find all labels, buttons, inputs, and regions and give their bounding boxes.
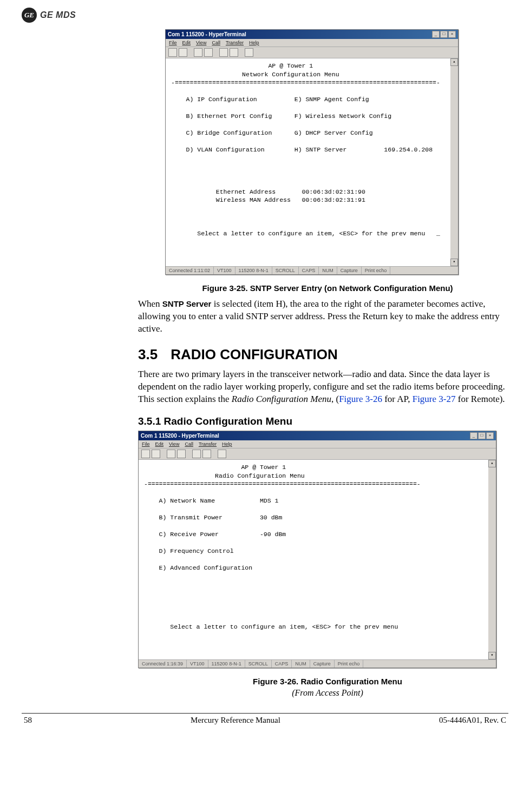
menu-call[interactable]: Call <box>185 441 193 447</box>
minimize-icon[interactable]: _ <box>470 432 477 439</box>
link-figure-3-26[interactable]: Figure 3-26 <box>339 394 382 404</box>
paragraph-radio-intro: There are two primary layers in the tran… <box>138 368 517 406</box>
section-heading-3-5: 3.5 RADIO CONFIGURATION <box>138 346 517 363</box>
window-titlebar: Com 1 115200 - HyperTerminal _ □ × <box>139 431 496 440</box>
toolbar-button-icon[interactable] <box>192 450 201 458</box>
scroll-down-icon[interactable]: ▾ <box>450 259 458 266</box>
window-statusbar: Connected 1:11:02 VT100 115200 8-N-1 SCR… <box>166 266 458 274</box>
status-capture: Capture <box>337 267 362 274</box>
toolbar-button-icon[interactable] <box>218 450 226 458</box>
menu-edit[interactable]: Edit <box>155 441 164 447</box>
scroll-up-icon[interactable]: ▴ <box>488 460 496 467</box>
toolbar-button-icon[interactable] <box>204 48 213 57</box>
text: for AP, <box>382 394 413 404</box>
menu-transfer[interactable]: Transfer <box>199 441 217 447</box>
footer-rule <box>22 713 508 714</box>
status-printecho: Print echo <box>335 660 364 668</box>
section-title: RADIO CONFIGURATION <box>171 346 338 363</box>
window-titlebar: Com 1 115200 - HyperTerminal _ □ × <box>166 30 458 39</box>
subsection-heading-3-5-1: 3.5.1 Radio Configuration Menu <box>138 415 517 427</box>
footer-page-number: 58 <box>24 716 32 725</box>
status-printecho: Print echo <box>362 267 391 274</box>
status-scroll: SCROLL <box>245 660 272 668</box>
window-statusbar: Connected 1:16:39 VT100 115200 8-N-1 SCR… <box>139 659 496 668</box>
close-icon[interactable]: × <box>486 432 494 439</box>
menu-edit[interactable]: Edit <box>182 40 191 45</box>
figure-caption-3-26: Figure 3-26. Radio Configuration Menu <box>138 677 517 686</box>
toolbar-button-icon[interactable] <box>177 450 186 458</box>
minimize-icon[interactable]: _ <box>432 31 440 38</box>
window-menubar: File Edit View Call Transfer Help <box>139 440 496 448</box>
status-caps: CAPS <box>272 660 292 668</box>
toolbar-button-icon[interactable] <box>167 450 175 458</box>
window-toolbar <box>139 448 496 460</box>
menu-call[interactable]: Call <box>212 40 220 45</box>
status-config: 115200 8-N-1 <box>208 660 245 668</box>
hyperterminal-window-2: Com 1 115200 - HyperTerminal _ □ × File … <box>138 431 496 668</box>
status-emulation: VT100 <box>214 267 235 274</box>
close-icon[interactable]: × <box>448 31 456 38</box>
menu-view[interactable]: View <box>169 441 179 447</box>
status-config: 115200 8-N-1 <box>235 267 272 274</box>
footer-doc-title: Mercury Reference Manual <box>191 716 280 725</box>
toolbar-button-icon[interactable] <box>202 450 211 458</box>
toolbar-button-icon[interactable] <box>141 450 150 458</box>
status-emulation: VT100 <box>187 660 208 668</box>
figure-subcaption-3-26: (From Access Point) <box>138 688 517 698</box>
status-caps: CAPS <box>299 267 319 274</box>
status-num: NUM <box>292 660 310 668</box>
hyperterminal-window-1: Com 1 115200 - HyperTerminal _ □ × File … <box>165 29 459 275</box>
menu-file[interactable]: File <box>169 40 177 45</box>
toolbar-button-icon[interactable] <box>152 450 160 458</box>
toolbar-button-icon[interactable] <box>194 48 202 57</box>
text: for Remote). <box>455 394 505 404</box>
window-title: Com 1 115200 - HyperTerminal <box>168 31 246 37</box>
maximize-icon[interactable]: □ <box>478 432 486 439</box>
status-scroll: SCROLL <box>272 267 299 274</box>
page-header: GE GE MDS <box>22 5 508 29</box>
link-figure-3-27[interactable]: Figure 3-27 <box>413 394 456 404</box>
ge-logo-icon: GE <box>22 8 37 23</box>
window-title: Com 1 115200 - HyperTerminal <box>141 433 219 439</box>
menu-view[interactable]: View <box>196 40 206 45</box>
scroll-down-icon[interactable]: ▾ <box>488 652 496 659</box>
brand-text: GE MDS <box>40 10 76 20</box>
toolbar-button-icon[interactable] <box>230 48 238 57</box>
footer-doc-number: 05-4446A01, Rev. C <box>439 716 506 725</box>
status-connected: Connected 1:16:39 <box>139 660 187 668</box>
text: When <box>138 299 162 309</box>
text: , ( <box>331 394 339 404</box>
toolbar-button-icon[interactable] <box>245 48 253 57</box>
maximize-icon[interactable]: □ <box>440 31 448 38</box>
scroll-up-icon[interactable]: ▴ <box>450 58 458 66</box>
page-footer: 58 Mercury Reference Manual 05-4446A01, … <box>22 716 508 730</box>
window-menubar: File Edit View Call Transfer Help <box>166 39 458 47</box>
toolbar-button-icon[interactable] <box>168 48 177 57</box>
toolbar-button-icon[interactable] <box>179 48 187 57</box>
section-number: 3.5 <box>138 346 158 363</box>
window-toolbar <box>166 47 458 58</box>
menu-help[interactable]: Help <box>222 441 232 447</box>
status-num: NUM <box>319 267 337 274</box>
text-italic: Radio Configuration Menu <box>232 394 331 404</box>
figure-caption-3-25: Figure 3-25. SNTP Server Entry (on Netwo… <box>138 283 517 293</box>
menu-transfer[interactable]: Transfer <box>226 40 244 45</box>
status-connected: Connected 1:11:02 <box>166 267 214 274</box>
text-bold: SNTP Server <box>162 299 212 308</box>
status-capture: Capture <box>310 660 335 668</box>
menu-file[interactable]: File <box>142 441 150 447</box>
toolbar-button-icon[interactable] <box>219 48 228 57</box>
terminal-output: AP @ Tower 1 Network Configuration Menu … <box>166 58 458 266</box>
terminal-output: AP @ Tower 1 Radio Configuration Menu -=… <box>139 460 496 659</box>
menu-help[interactable]: Help <box>249 40 259 45</box>
paragraph-sntp: When SNTP Server is selected (item H), t… <box>138 298 517 335</box>
